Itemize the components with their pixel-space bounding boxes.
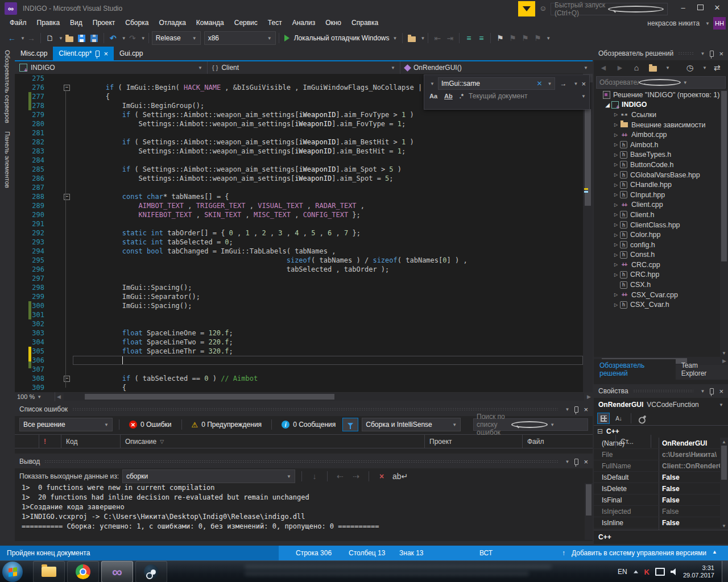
column-header-Описание[interactable]: Описание▽	[121, 435, 425, 448]
code-text[interactable]: sizeof( tabNames ) / sizeof( tabNames[0]…	[73, 256, 583, 265]
scrollbar-thumb[interactable]	[85, 394, 334, 400]
code-text[interactable]: if ( Settings::Aimbot::weapon_aim_settin…	[73, 110, 583, 119]
taskbar-app-chrome[interactable]	[67, 561, 99, 582]
pending-changes-icon[interactable]: ◷	[685, 62, 695, 73]
menu-item-Окно[interactable]: Окно	[320, 17, 346, 28]
chevron-down-icon[interactable]: ▼	[141, 36, 146, 41]
side-tab-Обозреватель серверов[interactable]: Обозреватель серверов	[4, 50, 11, 123]
forward-icon[interactable]: ►	[615, 62, 625, 73]
fold-margin[interactable]	[62, 365, 73, 374]
find-next-icon[interactable]: →	[559, 80, 568, 88]
code-text[interactable]: ImGui::Spacing();	[73, 301, 583, 310]
property-row-File[interactable]: Filec:\Users\Никита\	[594, 449, 720, 460]
property-row-IsInjected[interactable]: IsInjectedFalse	[594, 506, 720, 517]
property-row-IsInline[interactable]: IsInlineFalse	[594, 517, 720, 529]
code-text[interactable]	[73, 219, 583, 228]
tree-item-CSX_Cvar.h[interactable]: ▷hCSX_Cvar.h	[594, 300, 720, 310]
fold-margin[interactable]	[62, 92, 73, 101]
menu-item-Сборка[interactable]: Сборка	[120, 17, 154, 28]
chevron-down-icon[interactable]: ▼	[665, 65, 670, 70]
tree-item-Aimbot.cpp[interactable]: ▷++Aimbot.cpp	[594, 130, 720, 140]
fold-margin[interactable]	[62, 228, 73, 238]
fold-collapse-icon[interactable]: −	[64, 194, 70, 200]
line-number[interactable]: 291	[15, 219, 44, 228]
window-position-icon[interactable]: ▼	[565, 459, 569, 464]
tree-item-Const.h[interactable]: ▷hConst.h	[594, 250, 720, 260]
feedback-button[interactable]	[518, 1, 535, 16]
tree-item-CRC.hpp[interactable]: ▷hCRC.hpp	[594, 270, 720, 280]
line-number[interactable]: 294	[15, 247, 44, 256]
code-text[interactable]: ImGui::Separator();	[73, 292, 583, 301]
expand-icon[interactable]: ▷	[612, 112, 620, 117]
output-scrollbar[interactable]	[585, 483, 593, 540]
code-text[interactable]: if ( Settings::Aimbot::weapon_aim_settin…	[73, 138, 583, 147]
tree-item-Client.h[interactable]: ▷hClient.h	[594, 210, 720, 220]
tool-tab-Обозреватель решений[interactable]: Обозреватель решений	[594, 359, 676, 380]
menu-item-Отладка[interactable]: Отладка	[154, 17, 191, 28]
expand-icon[interactable]: ▷	[612, 242, 620, 247]
tree-item-CSX_Cvar.cpp[interactable]: ▷++CSX_Cvar.cpp	[594, 290, 720, 300]
fold-margin[interactable]	[62, 156, 73, 165]
next-message-icon[interactable]: ⇢	[351, 471, 361, 482]
error-search-box[interactable]: Поиск по списку ошибок ▼	[473, 418, 588, 431]
open-file-icon[interactable]	[64, 32, 75, 44]
breadcrumb-member[interactable]: OnRenderGUI() ▼	[400, 61, 593, 74]
editor-tab-Misc.cpp[interactable]: Misc.cpp	[15, 47, 53, 60]
find-scope-select[interactable]: Текущий документ	[469, 92, 527, 100]
warnings-button[interactable]: ⚠ 0 Предупреждения	[188, 421, 266, 429]
save-all-icon[interactable]	[89, 32, 100, 44]
fold-margin[interactable]	[62, 110, 73, 119]
messages-button[interactable]: i 0 Сообщения	[278, 421, 339, 429]
prev-bookmark-icon[interactable]: ⚑	[507, 32, 518, 44]
line-number[interactable]: 299	[15, 292, 44, 301]
scroll-up-icon[interactable]: ▲	[720, 438, 728, 444]
line-number[interactable]: 279	[15, 110, 44, 119]
fold-margin[interactable]	[62, 265, 73, 274]
fold-margin[interactable]	[62, 247, 73, 256]
menu-item-Команда[interactable]: Команда	[191, 17, 229, 28]
code-text[interactable]: static int tabSelected = 0;	[73, 238, 583, 247]
scroll-down-icon[interactable]: ▼	[722, 351, 726, 356]
code-text[interactable]	[73, 156, 583, 165]
code-text[interactable]: float SpaceLineThr = 320.f;	[73, 347, 583, 356]
errors-button[interactable]: ✕ 0 Ошибки	[126, 421, 175, 429]
tree-item-config.h[interactable]: ▷hconfig.h	[594, 240, 720, 250]
menu-item-Правка[interactable]: Правка	[32, 17, 65, 28]
fold-margin[interactable]	[62, 210, 73, 219]
code-text[interactable]: static int tabOrder[] = { 0 , 1 , 2 , 3 …	[73, 228, 583, 238]
menu-item-Тест[interactable]: Тест	[263, 17, 287, 28]
code-text[interactable]: {	[73, 383, 583, 392]
tree-item-Color.hpp[interactable]: ▷hColor.hpp	[594, 230, 720, 240]
tray-clock[interactable]: 3:31 29.07.2017	[683, 564, 714, 579]
fold-margin[interactable]	[62, 238, 73, 247]
tree-item-Внешние зависимости[interactable]: ▷Внешние зависимости	[594, 120, 720, 130]
menu-item-Справка[interactable]: Справка	[346, 17, 383, 28]
line-number[interactable]: 297	[15, 274, 44, 283]
uncomment-icon[interactable]: ≡	[476, 32, 486, 44]
refresh-icon[interactable]: ⇄	[712, 62, 722, 73]
property-row-FullName[interactable]: FullNameClient::OnRenderGUI	[594, 460, 720, 472]
tree-item-Решение "INDIGO" (проектов: 1)[interactable]: Решение "INDIGO" (проектов: 1)	[594, 90, 720, 100]
side-tab-Панель элементов[interactable]: Панель элементов	[4, 131, 11, 188]
match-case-button[interactable]: Aa	[428, 93, 439, 99]
breadcrumb-project[interactable]: INDIGO ▼	[15, 61, 208, 74]
tree-item-CInput.hpp[interactable]: ▷hCInput.hpp	[594, 190, 720, 200]
fold-margin[interactable]	[62, 329, 73, 338]
menu-item-Файл[interactable]: Файл	[5, 17, 32, 28]
restore-button[interactable]	[692, 1, 709, 14]
fold-margin[interactable]	[62, 165, 73, 174]
fold-margin[interactable]	[62, 319, 73, 329]
navigate-back-icon[interactable]: ←	[7, 32, 17, 44]
comment-icon[interactable]: ≡	[464, 32, 474, 44]
chevron-up-icon[interactable]: ▲	[712, 549, 717, 555]
fold-margin[interactable]: −	[62, 374, 73, 383]
save-icon[interactable]	[77, 32, 87, 44]
find-input-box[interactable]: ✕ ▼	[438, 77, 556, 90]
tree-item-CRC.cpp[interactable]: ▷++CRC.cpp	[594, 260, 720, 270]
expand-icon[interactable]: ▷	[612, 252, 620, 257]
line-number[interactable]: 302	[15, 319, 44, 329]
zoom-select[interactable]: 100 %▼	[15, 392, 55, 401]
expand-icon[interactable]: ▷	[612, 292, 620, 297]
close-tab-icon[interactable]: ×	[104, 49, 108, 58]
fold-margin[interactable]: −	[62, 83, 73, 92]
